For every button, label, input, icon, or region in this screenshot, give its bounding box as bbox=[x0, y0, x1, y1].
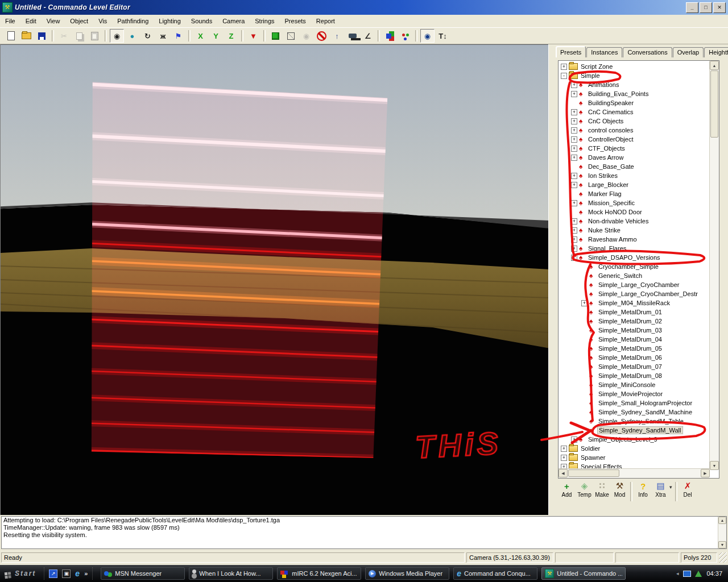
tree-item[interactable]: ♠Cryochamber_Simple bbox=[559, 262, 710, 271]
tab-conversations[interactable]: Conversations bbox=[623, 47, 672, 57]
expand-toggle[interactable]: + bbox=[571, 218, 577, 225]
expand-toggle[interactable]: + bbox=[571, 227, 577, 234]
tree-item[interactable]: ♠Simple_MetalDrum_06 bbox=[559, 353, 710, 362]
tree-item[interactable]: ♠Generic_Switch bbox=[559, 271, 710, 280]
tree-item[interactable]: ♠Simple_Large_CryoChamber bbox=[559, 280, 710, 289]
menu-file[interactable]: File bbox=[0, 16, 20, 26]
menu-lighting[interactable]: Lighting bbox=[154, 16, 186, 26]
wire-cube-button[interactable] bbox=[284, 29, 298, 43]
tree-item[interactable]: ♠BuildingSpeaker bbox=[559, 98, 710, 107]
tree-item[interactable]: ♠Simple_MetalDrum_02 bbox=[559, 317, 710, 326]
del-button[interactable]: ✗Del bbox=[679, 481, 697, 504]
tree-item[interactable]: ♠Simple_Sydney_SandM_Table bbox=[559, 417, 710, 426]
info-button[interactable]: ?Info bbox=[634, 481, 652, 504]
menu-pathfinding[interactable]: Pathfinding bbox=[112, 16, 154, 26]
solid-cube-button[interactable] bbox=[268, 29, 283, 43]
close-button[interactable]: ✕ bbox=[713, 2, 726, 13]
save-button[interactable] bbox=[35, 29, 49, 43]
tree-item[interactable]: ♠Simple_MetalDrum_05 bbox=[559, 344, 710, 353]
cut-button[interactable]: ✂ bbox=[57, 29, 71, 43]
scroll-left-button[interactable]: ◀ bbox=[559, 469, 568, 477]
tree-item[interactable]: +♠Building_Evac_Points bbox=[559, 89, 710, 98]
vis-points-button[interactable]: ◉ bbox=[299, 29, 313, 43]
drop-to-ground-button[interactable]: ▼ bbox=[246, 29, 260, 43]
expand-toggle[interactable]: + bbox=[571, 173, 577, 179]
expand-toggle[interactable]: + bbox=[561, 64, 567, 70]
walk-button[interactable]: ж bbox=[156, 29, 170, 43]
quicklaunch-ie-icon[interactable]: e bbox=[75, 569, 80, 578]
tree-item[interactable]: ♠Simple_Small_HologramProjector bbox=[559, 398, 710, 408]
taskbar-button[interactable]: ⚒Untitled - Commando ... bbox=[541, 567, 626, 580]
z-axis-button[interactable]: Z bbox=[224, 29, 238, 43]
tree-item[interactable]: +♠Mission_Specific bbox=[559, 198, 710, 207]
tree-item[interactable]: ♠Simple_MetalDrum_08 bbox=[559, 371, 710, 380]
paste-button[interactable] bbox=[88, 29, 102, 43]
scroll-up-button[interactable]: ▲ bbox=[718, 517, 726, 524]
taskbar-button[interactable]: eCommand and Conqu... bbox=[453, 567, 537, 580]
scroll-down-button[interactable]: ▼ bbox=[718, 541, 726, 548]
tree-item[interactable]: ♠Simple_Sydney_SandM_Wall bbox=[559, 426, 710, 435]
tray-tri-icon[interactable] bbox=[695, 571, 702, 577]
tree-item[interactable]: +♠Non-drivable Vehicles bbox=[559, 217, 710, 226]
tree-item[interactable]: ♠Simple_Sydney_SandM_Machine bbox=[559, 408, 710, 417]
menu-view[interactable]: View bbox=[42, 16, 65, 26]
tree-horizontal-scrollbar[interactable]: ◀ ▶ bbox=[559, 468, 710, 478]
quicklaunch-media-icon[interactable]: ▣ bbox=[62, 569, 71, 578]
tree-item[interactable]: ♠Simple_MetalDrum_04 bbox=[559, 335, 710, 344]
menu-strings[interactable]: Strings bbox=[250, 16, 279, 26]
toggle-view-button[interactable]: ◉ bbox=[420, 29, 435, 43]
menu-edit[interactable]: Edit bbox=[20, 16, 42, 26]
tree-item[interactable]: +♠Ion Strikes bbox=[559, 171, 710, 180]
start-button[interactable]: Start bbox=[0, 565, 44, 582]
tree-item[interactable]: +♠CTF_Objects bbox=[559, 144, 710, 153]
tree-item[interactable]: -Simple bbox=[559, 71, 710, 80]
tree-item[interactable]: -♠Simple_DSAPO_Versions bbox=[559, 253, 710, 262]
tree-item[interactable]: +Script Zone bbox=[559, 62, 710, 71]
menu-vis[interactable]: Vis bbox=[93, 16, 112, 26]
new-button[interactable] bbox=[4, 29, 18, 43]
expand-toggle[interactable]: + bbox=[571, 118, 577, 124]
tree-item[interactable]: +♠Daves Arrow bbox=[559, 153, 710, 162]
expand-toggle[interactable]: + bbox=[571, 146, 577, 152]
expand-toggle[interactable]: + bbox=[561, 446, 567, 452]
tree-item[interactable]: +♠Nuke Strike bbox=[559, 226, 710, 235]
quicklaunch-bluewin-icon[interactable]: ↗ bbox=[49, 569, 57, 578]
expand-toggle[interactable]: - bbox=[561, 73, 567, 79]
expand-toggle[interactable]: + bbox=[581, 300, 588, 306]
title-bar[interactable]: ⚒ Untitled - Commando Level Editor _□✕ bbox=[0, 0, 728, 15]
expand-toggle[interactable]: + bbox=[571, 436, 577, 443]
raise-camera-button[interactable]: ↑ bbox=[330, 29, 344, 43]
menu-sounds[interactable]: Sounds bbox=[186, 16, 217, 26]
temp-button[interactable]: ◈Temp bbox=[576, 481, 593, 504]
group-cubes-button[interactable] bbox=[383, 29, 397, 43]
menu-object[interactable]: Object bbox=[65, 16, 93, 26]
tree-item[interactable]: +♠Simple_Objects_Level_9 bbox=[559, 435, 710, 444]
expand-toggle[interactable]: + bbox=[571, 246, 577, 252]
taskbar-button[interactable]: MSN Messenger bbox=[101, 567, 185, 580]
tree-item[interactable]: ♠Marker Flag bbox=[559, 189, 710, 198]
tree-item[interactable]: ♠Simple_Large_CryoChamber_Destr bbox=[559, 289, 710, 298]
tree-item[interactable]: +♠CnC Objects bbox=[559, 117, 710, 126]
minimize-button[interactable]: _ bbox=[686, 2, 698, 13]
tree-item[interactable]: +♠Raveshaw Ammo bbox=[559, 235, 710, 244]
tree-item[interactable]: +Spawner bbox=[559, 453, 710, 462]
vehicle-button[interactable] bbox=[345, 29, 359, 43]
tab-presets[interactable]: Presets bbox=[556, 46, 586, 57]
xtra-dropdown-arrow[interactable]: ▾ bbox=[669, 484, 672, 490]
tree-item[interactable]: +♠Animations bbox=[559, 80, 710, 89]
rotate-button[interactable]: ↻ bbox=[140, 29, 155, 43]
y-axis-button[interactable]: Y bbox=[209, 29, 223, 43]
expand-toggle[interactable]: + bbox=[571, 82, 577, 88]
menu-report[interactable]: Report bbox=[311, 16, 340, 26]
xtra-button[interactable]: ▤Xtra bbox=[652, 481, 669, 504]
tree-vertical-scrollbar[interactable]: ▲ ▼ bbox=[709, 61, 719, 470]
expand-toggle[interactable]: - bbox=[571, 255, 577, 261]
expand-toggle[interactable]: + bbox=[571, 155, 577, 161]
orbit-button[interactable]: ● bbox=[125, 29, 139, 43]
scroll-up-button[interactable]: ▲ bbox=[710, 61, 719, 70]
tab-instances[interactable]: Instances bbox=[586, 47, 622, 57]
scroll-thumb[interactable] bbox=[568, 469, 619, 477]
taskbar-button[interactable]: mIRC 6.2 Nexgen Aci... bbox=[277, 567, 361, 580]
tray-display-icon[interactable] bbox=[683, 571, 691, 577]
tree-item[interactable]: +♠Simple_M04_MissileRack bbox=[559, 298, 710, 307]
